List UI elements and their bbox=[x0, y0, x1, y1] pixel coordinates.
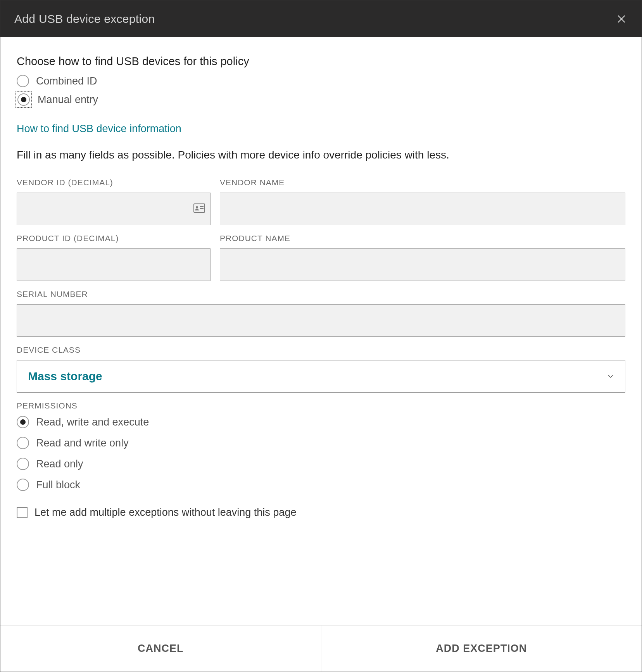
vendor-name-input[interactable] bbox=[220, 193, 625, 225]
multi-add-row[interactable]: Let me add multiple exceptions without l… bbox=[17, 507, 625, 519]
find-option-manual-entry[interactable]: Manual entry bbox=[17, 93, 625, 107]
product-id-label: PRODUCT ID (DECIMAL) bbox=[17, 234, 211, 243]
radio-label: Manual entry bbox=[38, 94, 98, 106]
vendor-name-label: VENDOR NAME bbox=[220, 178, 625, 187]
device-class-label: DEVICE CLASS bbox=[17, 345, 625, 355]
permission-option-ro[interactable]: Read only bbox=[17, 458, 625, 470]
close-icon bbox=[616, 14, 626, 24]
modal-footer: CANCEL ADD EXCEPTION bbox=[0, 625, 642, 672]
permission-option-rw[interactable]: Read and write only bbox=[17, 437, 625, 449]
modal-title: Add USB device exception bbox=[14, 12, 155, 26]
radio-label: Read, write and execute bbox=[36, 416, 149, 428]
radio-rwx[interactable] bbox=[17, 416, 29, 428]
multi-add-label: Let me add multiple exceptions without l… bbox=[35, 507, 296, 519]
serial-number-input[interactable] bbox=[17, 304, 625, 337]
add-usb-exception-modal: Add USB device exception Choose how to f… bbox=[0, 0, 642, 672]
product-name-input[interactable] bbox=[220, 248, 625, 281]
permissions-group: Read, write and execute Read and write o… bbox=[17, 416, 625, 491]
product-name-label: PRODUCT NAME bbox=[220, 234, 625, 243]
svg-point-3 bbox=[196, 206, 198, 208]
product-id-input[interactable] bbox=[17, 248, 211, 281]
radio-label: Read only bbox=[36, 458, 83, 470]
radio-label: Read and write only bbox=[36, 437, 129, 449]
add-exception-button[interactable]: ADD EXCEPTION bbox=[321, 625, 642, 672]
radio-manual-entry[interactable] bbox=[17, 93, 30, 106]
multi-add-checkbox[interactable] bbox=[17, 507, 28, 518]
find-option-combined-id[interactable]: Combined ID bbox=[17, 75, 625, 87]
help-text: Fill in as many fields as possible. Poli… bbox=[17, 147, 625, 162]
modal-body: Choose how to find USB devices for this … bbox=[0, 37, 642, 625]
serial-number-field: SERIAL NUMBER bbox=[17, 289, 625, 337]
permission-option-rwx[interactable]: Read, write and execute bbox=[17, 416, 625, 428]
permission-option-block[interactable]: Full block bbox=[17, 479, 625, 491]
find-method-heading: Choose how to find USB devices for this … bbox=[17, 55, 625, 68]
radio-ro[interactable] bbox=[17, 458, 29, 470]
close-button[interactable] bbox=[615, 13, 628, 25]
device-class-select[interactable]: Mass storage bbox=[17, 360, 625, 393]
vendor-id-field: VENDOR ID (DECIMAL) bbox=[17, 178, 211, 225]
permissions-label: PERMISSIONS bbox=[17, 401, 625, 410]
product-name-field: PRODUCT NAME bbox=[220, 234, 625, 281]
radio-block[interactable] bbox=[17, 479, 29, 491]
radio-label: Full block bbox=[36, 479, 80, 491]
serial-number-label: SERIAL NUMBER bbox=[17, 289, 625, 299]
titlebar: Add USB device exception bbox=[0, 0, 642, 37]
cancel-button[interactable]: CANCEL bbox=[0, 625, 321, 672]
vendor-id-label: VENDOR ID (DECIMAL) bbox=[17, 178, 211, 187]
id-card-icon bbox=[193, 203, 205, 214]
usb-info-help-link[interactable]: How to find USB device information bbox=[17, 123, 181, 135]
radio-combined-id[interactable] bbox=[17, 75, 29, 87]
radio-label: Combined ID bbox=[36, 75, 97, 87]
vendor-id-input[interactable] bbox=[17, 193, 211, 225]
chevron-down-icon bbox=[607, 373, 614, 380]
product-id-field: PRODUCT ID (DECIMAL) bbox=[17, 234, 211, 281]
radio-rw[interactable] bbox=[17, 437, 29, 449]
device-class-value: Mass storage bbox=[28, 370, 102, 383]
vendor-name-field: VENDOR NAME bbox=[220, 178, 625, 225]
device-class-field: DEVICE CLASS Mass storage bbox=[17, 345, 625, 393]
